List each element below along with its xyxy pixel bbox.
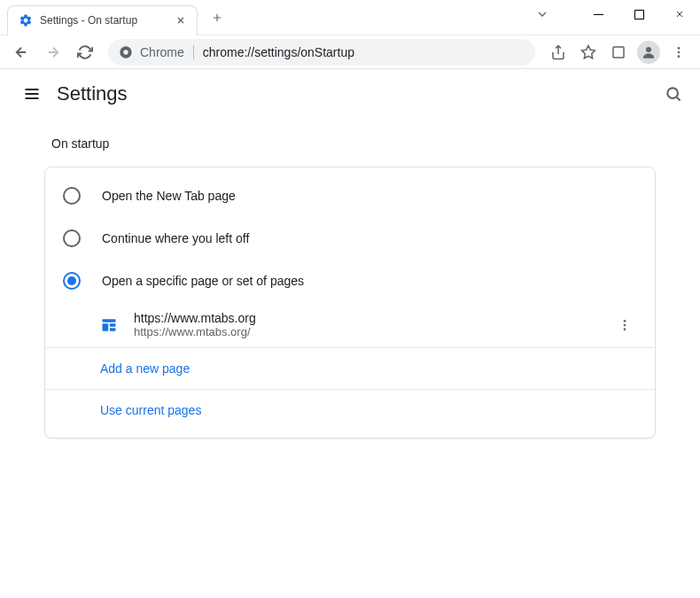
globe-icon — [100, 316, 118, 334]
svg-point-14 — [624, 320, 626, 322]
svg-point-7 — [678, 50, 681, 53]
svg-rect-4 — [613, 47, 624, 58]
menu-icon[interactable] — [665, 38, 693, 66]
chrome-icon — [119, 45, 133, 59]
svg-rect-1 — [634, 10, 643, 19]
radio-label: Continue where you left off — [102, 231, 249, 245]
radio-specific-pages[interactable]: Open a specific page or set of pages — [45, 260, 655, 302]
svg-point-9 — [667, 88, 678, 98]
profile-avatar[interactable] — [634, 38, 663, 66]
radio-icon — [63, 187, 81, 205]
toolbar-actions — [544, 38, 693, 66]
svg-rect-12 — [110, 323, 116, 326]
svg-point-16 — [624, 328, 626, 330]
use-current-row: Use current pages — [45, 390, 655, 431]
svg-rect-13 — [110, 328, 116, 330]
gear-icon — [19, 13, 33, 27]
section-title: On startup — [51, 136, 656, 151]
radio-new-tab[interactable]: Open the New Tab page — [45, 175, 655, 217]
tab-title: Settings - On startup — [40, 14, 167, 27]
svg-rect-11 — [103, 323, 109, 330]
omnibox-text: Chrome chrome://settings/onStartup — [140, 45, 354, 59]
window-titlebar: Settings - On startup — [0, 0, 700, 35]
add-page-row: Add a new page — [45, 348, 655, 390]
radio-icon — [63, 229, 81, 247]
close-icon[interactable] — [174, 13, 188, 27]
svg-point-8 — [678, 55, 681, 58]
back-button[interactable] — [7, 38, 35, 66]
settings-content: On startup Open the New Tab page Continu… — [0, 119, 700, 456]
radio-label: Open the New Tab page — [102, 189, 236, 203]
minimize-button[interactable] — [578, 0, 618, 28]
startup-card: Open the New Tab page Continue where you… — [44, 167, 656, 439]
reload-button[interactable] — [71, 38, 99, 66]
add-page-link[interactable]: Add a new page — [100, 361, 190, 376]
svg-rect-0 — [594, 14, 603, 15]
use-current-link[interactable]: Use current pages — [100, 403, 201, 417]
new-tab-button[interactable] — [205, 5, 229, 30]
search-icon[interactable] — [665, 85, 682, 103]
page-title: Settings — [57, 82, 128, 105]
svg-point-5 — [646, 47, 651, 52]
radio-icon-selected — [63, 272, 81, 290]
startup-page-entry: https://www.mtabs.org https://www.mtabs.… — [45, 302, 655, 348]
page-url: https://www.mtabs.org/ — [134, 325, 612, 338]
svg-point-15 — [624, 323, 626, 326]
page-more-menu[interactable] — [612, 313, 637, 338]
chevron-down-icon[interactable] — [535, 7, 549, 21]
radio-label: Open a specific page or set of pages — [102, 274, 304, 288]
radio-continue[interactable]: Continue where you left off — [45, 217, 655, 260]
settings-header: Settings — [0, 69, 700, 119]
page-info: https://www.mtabs.org https://www.mtabs.… — [134, 311, 612, 338]
svg-point-3 — [123, 50, 128, 54]
forward-button[interactable] — [39, 38, 67, 66]
address-bar[interactable]: Chrome chrome://settings/onStartup — [108, 39, 535, 66]
svg-point-6 — [678, 47, 681, 50]
share-icon[interactable] — [544, 38, 572, 66]
browser-tab[interactable]: Settings - On startup — [7, 5, 198, 35]
close-window-button[interactable] — [659, 0, 700, 28]
bookmark-icon[interactable] — [574, 38, 603, 66]
svg-rect-10 — [103, 319, 116, 322]
window-controls — [578, 0, 700, 28]
page-name: https://www.mtabs.org — [134, 311, 612, 325]
hamburger-menu[interactable] — [14, 76, 50, 112]
maximize-button[interactable] — [618, 0, 659, 28]
browser-toolbar: Chrome chrome://settings/onStartup — [0, 35, 700, 69]
avatar-icon — [637, 41, 660, 64]
extensions-icon[interactable] — [604, 38, 633, 66]
